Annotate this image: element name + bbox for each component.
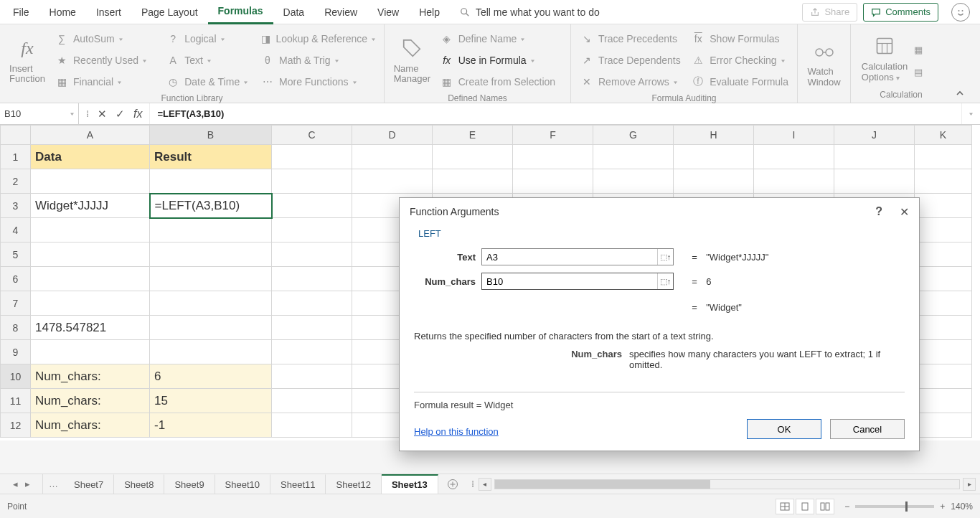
row-header-10[interactable]: 10 [1, 364, 31, 389]
normal-view-button[interactable] [776, 499, 794, 514]
cell-A1[interactable]: Data [31, 145, 150, 169]
cell-K7[interactable] [915, 291, 972, 316]
cell-H1[interactable] [674, 145, 754, 169]
cell-G2[interactable] [593, 169, 674, 194]
evaluate-formula-button[interactable]: ⓕEvaluate Formula [687, 72, 793, 92]
row-header-1[interactable]: 1 [1, 145, 31, 169]
sheet-tab-sheet13[interactable]: Sheet13 [382, 474, 438, 494]
use-in-formula-button[interactable]: fxUse in Formula ▾ [435, 50, 566, 70]
tab-data[interactable]: Data [273, 0, 315, 24]
cell-B5[interactable] [150, 242, 272, 267]
share-button[interactable]: Share [802, 3, 857, 22]
cell-G1[interactable] [593, 145, 674, 169]
cell-K6[interactable] [915, 267, 972, 291]
add-sheet-button[interactable] [438, 474, 467, 494]
cell-A5[interactable] [31, 242, 150, 267]
enter-edit-button[interactable]: ✓ [116, 108, 125, 121]
ok-button[interactable]: OK [747, 419, 821, 439]
tab-help[interactable]: Help [409, 0, 450, 24]
lookup-button[interactable]: ◨Lookup & Reference ▾ [256, 29, 380, 49]
row-header-7[interactable]: 7 [1, 291, 31, 316]
scroll-left-button[interactable]: ◂ [479, 478, 491, 491]
cell-K9[interactable] [915, 340, 972, 364]
sheet-tab-sheet11[interactable]: Sheet11 [270, 474, 326, 494]
calc-now-icon[interactable]: ▦ [914, 44, 940, 55]
cell-F2[interactable] [513, 169, 593, 194]
sheet-tab-sheet12[interactable]: Sheet12 [326, 474, 381, 494]
cell-C5[interactable] [272, 242, 352, 267]
row-header-3[interactable]: 3 [1, 194, 31, 218]
cell-J1[interactable] [834, 145, 915, 169]
cell-A4[interactable] [31, 218, 150, 242]
col-header-G[interactable]: G [593, 126, 674, 145]
calc-options-button[interactable]: CalculationOptions ▾ [855, 27, 914, 88]
cell-K11[interactable] [915, 389, 972, 413]
sheet-more[interactable]: … [43, 474, 64, 494]
create-selection-button[interactable]: ▦Create from Selection [435, 72, 566, 92]
cell-A12[interactable]: Num_chars: [31, 413, 150, 438]
cell-B11[interactable]: 15 [150, 389, 272, 413]
scroll-right-button[interactable]: ▸ [963, 478, 976, 491]
close-button[interactable]: ✕ [900, 205, 909, 219]
error-checking-button[interactable]: ⚠Error Checking ▾ [687, 50, 793, 70]
cell-C8[interactable] [272, 316, 352, 340]
cell-C7[interactable] [272, 291, 352, 316]
cell-C4[interactable] [272, 218, 352, 242]
page-layout-view-button[interactable] [796, 499, 814, 514]
cell-K4[interactable] [915, 218, 972, 242]
cell-E2[interactable] [433, 169, 513, 194]
cell-B2[interactable] [150, 169, 272, 194]
page-break-view-button[interactable] [816, 499, 834, 514]
comments-button[interactable]: Comments [863, 3, 938, 22]
col-header-D[interactable]: D [352, 126, 433, 145]
row-header-9[interactable]: 9 [1, 340, 31, 364]
row-header-11[interactable]: 11 [1, 389, 31, 413]
cell-B4[interactable] [150, 218, 272, 242]
cell-B7[interactable] [150, 291, 272, 316]
fx-button[interactable]: fx [133, 108, 142, 121]
range-picker-icon[interactable]: ⬚↑ [657, 249, 673, 265]
row-header-5[interactable]: 5 [1, 242, 31, 267]
cell-A9[interactable] [31, 340, 150, 364]
arg-numchars-input[interactable] [482, 273, 657, 289]
remove-arrows-button[interactable]: ✕Remove Arrows ▾ [575, 72, 687, 92]
cell-B8[interactable] [150, 316, 272, 340]
col-header-A[interactable]: A [31, 126, 150, 145]
cell-B10[interactable]: 6 [150, 364, 272, 389]
col-header-K[interactable]: K [915, 126, 972, 145]
cell-K8[interactable] [915, 316, 972, 340]
cell-K3[interactable] [915, 194, 972, 218]
tab-view[interactable]: View [367, 0, 409, 24]
cell-F1[interactable] [513, 145, 593, 169]
cell-K5[interactable] [915, 242, 972, 267]
zoom-in-button[interactable]: + [940, 501, 945, 512]
cell-C3[interactable] [272, 194, 352, 218]
cell-B1[interactable]: Result [150, 145, 272, 169]
more-fn-button[interactable]: ⋯More Functions ▾ [256, 72, 380, 92]
cell-A6[interactable] [31, 267, 150, 291]
calc-sheet-icon[interactable]: ▤ [914, 67, 940, 77]
cell-C10[interactable] [272, 364, 352, 389]
row-header-8[interactable]: 8 [1, 316, 31, 340]
cell-K10[interactable] [915, 364, 972, 389]
tab-insert[interactable]: Insert [86, 0, 131, 24]
cell-C6[interactable] [272, 267, 352, 291]
cell-B3[interactable]: =LEFT(A3,B10) [150, 194, 272, 218]
row-header-12[interactable]: 12 [1, 413, 31, 438]
cell-I2[interactable] [754, 169, 834, 194]
collapse-ribbon-button[interactable] [951, 24, 969, 103]
help-link[interactable]: Help on this function [414, 426, 499, 437]
zoom-slider[interactable] [855, 505, 934, 508]
sheet-tab-sheet7[interactable]: Sheet7 [64, 474, 114, 494]
cell-B9[interactable] [150, 340, 272, 364]
col-header-B[interactable]: B [150, 126, 272, 145]
col-header-I[interactable]: I [754, 126, 834, 145]
zoom-out-button[interactable]: − [844, 501, 849, 512]
cancel-button[interactable]: Cancel [830, 419, 905, 439]
expand-formula-bar[interactable]: ▾ [961, 103, 980, 124]
watch-window-button[interactable]: WatchWindow [802, 27, 846, 98]
row-header-6[interactable]: 6 [1, 267, 31, 291]
define-name-button[interactable]: ◈Define Name ▾ [435, 29, 566, 49]
horizontal-scrollbar[interactable] [494, 479, 960, 489]
range-picker-icon[interactable]: ⬚↑ [657, 273, 673, 289]
